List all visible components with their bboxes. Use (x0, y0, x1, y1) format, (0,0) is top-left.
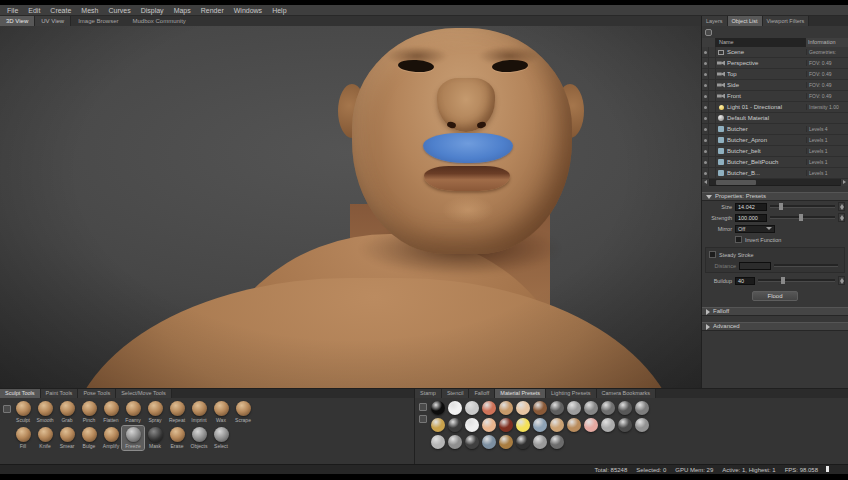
column-information[interactable]: Information (806, 38, 848, 47)
material-swatch[interactable] (550, 401, 564, 415)
tool-imprint[interactable]: Imprint (188, 400, 210, 424)
material-swatch[interactable] (465, 401, 479, 415)
panel-options-icon[interactable] (705, 29, 712, 36)
tab-camera-bookmarks[interactable]: Camera Bookmarks (597, 389, 657, 398)
visibility-dot[interactable] (702, 124, 709, 135)
slider-thumb[interactable] (799, 214, 803, 221)
visibility-dot[interactable] (702, 47, 709, 58)
tool-objects[interactable]: Objects (188, 426, 210, 450)
steady-stroke-checkbox[interactable] (709, 251, 716, 258)
material-swatch[interactable] (499, 418, 513, 432)
material-swatch[interactable] (448, 418, 462, 432)
object-row-butcher[interactable]: Butcher Levels 4 (702, 124, 848, 135)
material-swatch[interactable] (533, 435, 547, 449)
tab-lighting-presets[interactable]: Lighting Presets (546, 389, 596, 398)
visibility-dot[interactable] (702, 102, 709, 113)
material-swatch[interactable] (431, 435, 445, 449)
tab-layers[interactable]: Layers (702, 16, 728, 26)
tab-3d-view[interactable]: 3D View (0, 16, 35, 26)
column-name[interactable]: Name (716, 38, 806, 47)
menu-windows[interactable]: Windows (229, 5, 267, 16)
horizontal-scrollbar[interactable] (702, 179, 848, 186)
material-swatch[interactable] (431, 418, 445, 432)
flood-button[interactable]: Flood (752, 291, 798, 301)
material-swatch[interactable] (516, 418, 530, 432)
material-swatch[interactable] (533, 401, 547, 415)
lock-dot[interactable] (709, 124, 716, 135)
menu-mesh[interactable]: Mesh (76, 5, 103, 16)
menu-render[interactable]: Render (196, 5, 229, 16)
tab-stencil[interactable]: Stencil (442, 389, 470, 398)
material-swatch[interactable] (482, 401, 496, 415)
material-swatch[interactable] (550, 435, 564, 449)
slider-thumb[interactable] (779, 203, 783, 210)
visibility-dot[interactable] (702, 69, 709, 80)
material-swatch[interactable] (567, 401, 581, 415)
visibility-dot[interactable] (702, 135, 709, 146)
lock-dot[interactable] (709, 47, 716, 58)
object-row-top[interactable]: Top FOV: 0.49 (702, 69, 848, 80)
preset-list-icon[interactable] (419, 415, 427, 423)
tab-uv-view[interactable]: UV View (35, 16, 71, 26)
material-swatch[interactable] (567, 418, 581, 432)
buildup-spinner[interactable] (838, 276, 845, 285)
scrollbar-thumb[interactable] (716, 180, 756, 185)
lock-dot[interactable] (709, 80, 716, 91)
lock-dot[interactable] (709, 91, 716, 102)
material-swatch[interactable] (635, 401, 649, 415)
mudbox-community-link[interactable]: Mudbox Community (126, 16, 193, 26)
tool-pinch[interactable]: Pinch (78, 400, 100, 424)
tool-wax[interactable]: Wax (210, 400, 232, 424)
tool-amplify[interactable]: Amplify (100, 426, 122, 450)
slider-thumb[interactable] (781, 277, 785, 284)
material-swatch[interactable] (448, 401, 462, 415)
material-swatch[interactable] (448, 435, 462, 449)
tab-viewport-filters[interactable]: Viewport Filters (763, 16, 810, 26)
material-swatch[interactable] (601, 401, 615, 415)
image-browser-link[interactable]: Image Browser (71, 16, 125, 26)
tool-scrape[interactable]: Scrape (232, 400, 254, 424)
tool-smear[interactable]: Smear (56, 426, 78, 450)
menu-help[interactable]: Help (267, 5, 291, 16)
lock-dot[interactable] (709, 146, 716, 157)
object-row-light[interactable]: Light 01 - Directional Intensity 1.00 (702, 102, 848, 113)
menu-create[interactable]: Create (45, 5, 76, 16)
object-row-perspective[interactable]: Perspective FOV: 0.49 (702, 58, 848, 69)
visibility-dot[interactable] (702, 113, 709, 124)
viewport-3d[interactable] (0, 26, 701, 388)
tool-spray[interactable]: Spray (144, 400, 166, 424)
strength-spinner[interactable] (838, 213, 845, 222)
invert-checkbox[interactable] (735, 236, 742, 243)
material-swatch[interactable] (482, 418, 496, 432)
size-input[interactable]: 14.042 (735, 203, 767, 211)
tool-grab[interactable]: Grab (56, 400, 78, 424)
tab-object-list[interactable]: Object List (728, 16, 763, 26)
preset-options-icon[interactable] (419, 403, 427, 411)
tab-select-move-tools[interactable]: Select/Move Tools (116, 389, 172, 398)
advanced-section[interactable]: Advanced (702, 322, 848, 331)
material-swatch[interactable] (584, 418, 598, 432)
object-row-butcher-belt[interactable]: Butcher_belt Levels 1 (702, 146, 848, 157)
lock-dot[interactable] (709, 135, 716, 146)
visibility-dot[interactable] (702, 146, 709, 157)
lock-dot[interactable] (709, 69, 716, 80)
material-swatch[interactable] (550, 418, 564, 432)
material-swatch[interactable] (465, 435, 479, 449)
tool-knife[interactable]: Knife (34, 426, 56, 450)
material-swatch[interactable] (584, 401, 598, 415)
tab-falloff[interactable]: Falloff (469, 389, 495, 398)
tool-select[interactable]: Select (210, 426, 232, 450)
visibility-dot[interactable] (702, 58, 709, 69)
material-swatch[interactable] (482, 435, 496, 449)
tool-sculpt[interactable]: Sculpt (12, 400, 34, 424)
tool-mask[interactable]: Mask (144, 426, 166, 450)
tool-fill[interactable]: Fill (12, 426, 34, 450)
material-swatch[interactable] (516, 401, 530, 415)
buildup-input[interactable]: 40 (735, 277, 755, 285)
properties-header[interactable]: Properties: Presets (702, 192, 848, 201)
tab-material-presets[interactable]: Material Presets (495, 389, 546, 398)
tool-repeat[interactable]: Repeat (166, 400, 188, 424)
menu-display[interactable]: Display (136, 5, 169, 16)
tool-foamy[interactable]: Foamy (122, 400, 144, 424)
scroll-left-icon[interactable] (702, 179, 710, 186)
